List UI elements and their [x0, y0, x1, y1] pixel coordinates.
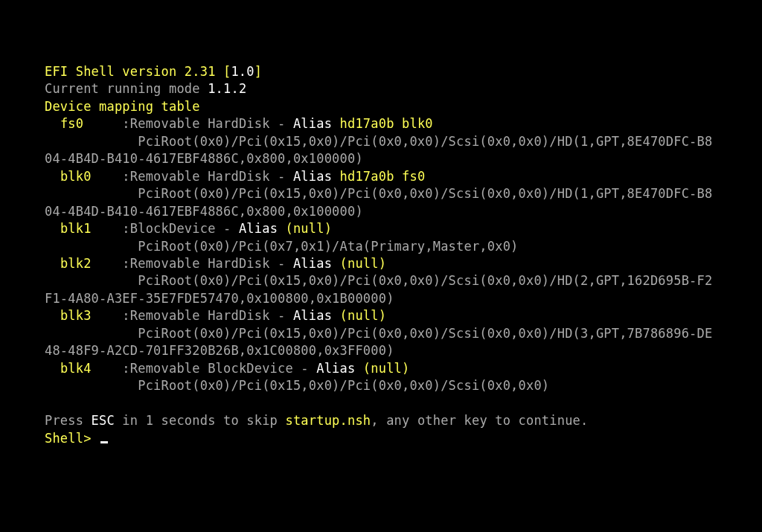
indent: [45, 308, 60, 323]
device-type-blk4: :Removable BlockDevice: [122, 361, 293, 376]
alias-label: Alias: [293, 256, 340, 271]
shell-version-label: EFI Shell version 2.31 [: [45, 64, 231, 79]
device-alias-blk1: (null): [286, 221, 333, 236]
device-path-blk3: PciRoot(0x0)/Pci(0x15,0x0)/Pci(0x0,0x0)/…: [45, 326, 712, 341]
device-path-blk3-cont: 48-48F9-A2CD-701FF320B26B,0x1C00800,0x3F…: [45, 343, 394, 358]
device-type-blk2: :Removable HardDisk: [122, 256, 269, 271]
device-path-blk0: PciRoot(0x0)/Pci(0x15,0x0)/Pci(0x0,0x0)/…: [45, 186, 712, 201]
sep: -: [270, 169, 293, 184]
sep: -: [293, 361, 316, 376]
indent: [45, 361, 60, 376]
startup-file: startup.nsh: [286, 413, 371, 428]
device-path-blk1: PciRoot(0x0)/Pci(0x7,0x1)/Ata(Primary,Ma…: [45, 239, 519, 254]
device-name-blk2: blk2: [60, 256, 122, 271]
footer-esc-key: ESC: [92, 413, 115, 428]
alias-label: Alias: [239, 221, 286, 236]
device-type-blk0: :Removable HardDisk: [122, 169, 269, 184]
mode-value: 1.1.2: [208, 81, 246, 96]
device-name-blk1: blk1: [60, 221, 122, 236]
device-type-blk1: :BlockDevice: [122, 221, 215, 236]
device-alias-blk4: (null): [363, 361, 410, 376]
indent: [45, 256, 60, 271]
device-alias-blk0: hd17a0b fs0: [340, 169, 426, 184]
device-path-blk2-cont: F1-4A80-A3EF-35E7FDE57470,0x100800,0x1B0…: [45, 291, 394, 306]
alias-label: Alias: [293, 308, 340, 323]
indent: [45, 221, 60, 236]
device-alias-blk3: (null): [340, 308, 387, 323]
indent: [45, 116, 60, 131]
indent: [45, 169, 60, 184]
device-alias-fs0: hd17a0b blk0: [340, 116, 433, 131]
device-type-blk3: :Removable HardDisk: [122, 308, 269, 323]
device-path-blk4: PciRoot(0x0)/Pci(0x15,0x0)/Pci(0x0,0x0)/…: [45, 378, 549, 393]
shell-version-value: 1.0: [231, 64, 254, 79]
device-table-label: Device mapping table: [45, 99, 200, 114]
sep: -: [270, 308, 293, 323]
device-path-blk2: PciRoot(0x0)/Pci(0x15,0x0)/Pci(0x0,0x0)/…: [45, 273, 712, 288]
alias-label: Alias: [316, 361, 363, 376]
alias-label: Alias: [293, 116, 340, 131]
device-path-fs0: PciRoot(0x0)/Pci(0x15,0x0)/Pci(0x0,0x0)/…: [45, 134, 712, 149]
device-alias-blk2: (null): [340, 256, 387, 271]
device-name-blk0: blk0: [60, 169, 122, 184]
sep: -: [270, 116, 293, 131]
device-path-blk0-cont: 04-4B4D-B410-4617EBF4886C,0x800,0x100000…: [45, 204, 363, 219]
mode-label: Current running mode: [45, 81, 208, 96]
device-type-fs0: :Removable HardDisk: [122, 116, 269, 131]
cursor[interactable]: [100, 441, 108, 443]
device-name-fs0: fs0: [60, 116, 122, 131]
footer-post: , any other key to continue.: [371, 413, 588, 428]
footer-pre: Press: [45, 413, 92, 428]
footer-mid: in 1 seconds to skip: [115, 413, 286, 428]
sep: -: [270, 256, 293, 271]
shell-prompt[interactable]: Shell>: [45, 431, 99, 446]
shell-version-post: ]: [254, 64, 262, 79]
device-path-fs0-cont: 04-4B4D-B410-4617EBF4886C,0x800,0x100000…: [45, 151, 363, 166]
device-name-blk4: blk4: [60, 361, 122, 376]
alias-label: Alias: [293, 169, 340, 184]
device-name-blk3: blk3: [60, 308, 122, 323]
sep: -: [216, 221, 239, 236]
efi-shell-screen: EFI Shell version 2.31 [1.0] Current run…: [0, 0, 762, 447]
